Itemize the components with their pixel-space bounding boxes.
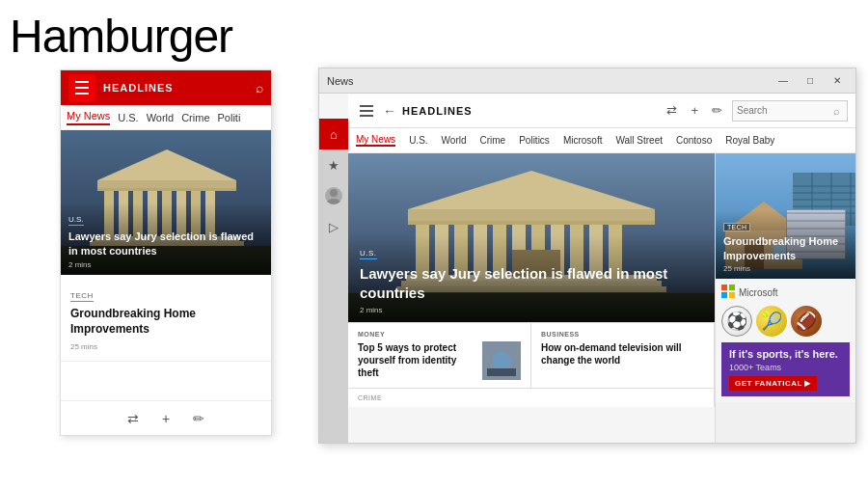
mobile-nav-item-crime[interactable]: Crime	[181, 112, 209, 123]
svg-rect-39	[487, 368, 516, 376]
mobile-nav-item-us[interactable]: U.S.	[118, 112, 138, 123]
minimize-button[interactable]: —	[773, 73, 794, 89]
search-bar: ⌕	[732, 100, 848, 122]
svg-rect-14	[97, 188, 236, 191]
close-button[interactable]: ✕	[827, 73, 848, 89]
article-card-0-thumb	[482, 341, 521, 380]
nav-item-mynews[interactable]: My News	[356, 134, 395, 147]
ms-ad-sports: ⚽ 🎾 🏈	[721, 306, 850, 337]
back-button[interactable]: ←	[383, 103, 396, 119]
mobile-refresh-icon[interactable]: ⇄	[127, 411, 139, 426]
refresh-icon[interactable]: ⇄	[663, 101, 681, 120]
mobile-article[interactable]: TECH Groundbreaking Home Improvements 25…	[61, 275, 271, 362]
mobile-hero-overlay: U.S. Lawyers say Jury selection is flawe…	[61, 203, 271, 275]
mobile-hero[interactable]: U.S. Lawyers say Jury selection is flawe…	[61, 130, 271, 275]
hero-overlay: U.S. Lawyers say Jury selection is flawe…	[348, 234, 715, 322]
maximize-button[interactable]: □	[800, 73, 821, 89]
ms-brand-label: Microsoft	[739, 287, 778, 298]
mobile-nav: My News U.S. World Crime Politi	[61, 105, 271, 130]
nav-item-microsoft[interactable]: Microsoft	[563, 135, 603, 146]
mobile-header: HEADLINES ⌕	[61, 70, 271, 105]
mobile-footer: ⇄ + ✏	[61, 400, 271, 435]
edit-icon[interactable]: ✏	[708, 101, 726, 120]
desktop-sidebar: ⌂ ★ ▷ ⚙	[319, 119, 348, 443]
right-hero-category: TECH	[723, 223, 750, 231]
mobile-add-icon[interactable]: +	[162, 411, 170, 426]
article-card-1-headline: How on-demand television will change the…	[541, 341, 704, 366]
article-card-1-content: How on-demand television will change the…	[541, 341, 704, 366]
mobile-hero-category: U.S.	[68, 215, 84, 226]
hero-section[interactable]: U.S. Lawyers say Jury selection is flawe…	[348, 153, 715, 322]
article-bottom-category: CRIME	[358, 394, 704, 401]
article-card-1-text: How on-demand television will change the…	[541, 341, 704, 366]
svg-point-38	[492, 351, 511, 370]
desktop-titlebar-controls: — □ ✕	[773, 73, 848, 89]
mobile-search-icon[interactable]: ⌕	[256, 80, 263, 95]
hero-category: U.S.	[360, 249, 377, 259]
mobile-edit-icon[interactable]: ✏	[193, 411, 204, 426]
nav-item-crime[interactable]: Crime	[480, 135, 506, 146]
desktop-nav: My News U.S. World Crime Politics Micros…	[348, 128, 855, 153]
article-card-bottom: CRIME	[348, 388, 715, 407]
content-area: U.S. Lawyers say Jury selection is flawe…	[348, 153, 855, 443]
mobile-article-headline: Groundbreaking Home Improvements	[70, 307, 261, 337]
ms-ad-balls: ⚽ 🎾 🏈	[721, 306, 822, 337]
ms-ad: Microsoft ⚽ 🎾 🏈 If it's sports, it's her…	[716, 279, 855, 402]
article-card-0-category: MONEY	[358, 331, 521, 338]
search-icon[interactable]: ⌕	[829, 105, 844, 117]
nav-item-contoso[interactable]: Contoso	[676, 135, 712, 146]
nav-item-us[interactable]: U.S.	[409, 135, 427, 146]
mobile-panel: HEADLINES ⌕ My News U.S. World Crime Pol…	[60, 69, 272, 436]
desktop-main: ← HEADLINES ⇄ + ✏ ⌕ My News U.S. World C…	[348, 94, 855, 443]
hero-time: 2 mins	[360, 306, 703, 314]
header-title: HEADLINES	[402, 105, 473, 117]
mobile-hero-time: 2 mins	[68, 260, 263, 269]
right-hero-headline: Groundbreaking Home Improvements	[723, 234, 848, 262]
ms-ad-promo-text: If it's sports, it's here.	[729, 348, 842, 361]
ms-logo-icon	[721, 285, 735, 300]
article-card-1[interactable]: BUSINESS How on-demand television will c…	[531, 323, 715, 388]
avatar	[325, 187, 342, 204]
tennis-ball-icon: 🎾	[756, 306, 787, 337]
ms-ad-cta-button[interactable]: GET FANATICAL ▶	[729, 376, 817, 391]
mobile-hero-headline: Lawyers say Jury selection is flawed in …	[68, 230, 263, 258]
article-cards: MONEY Top 5 ways to protect yourself fro…	[348, 322, 715, 388]
article-card-0[interactable]: MONEY Top 5 ways to protect yourself fro…	[348, 323, 531, 388]
sidebar-settings-icon[interactable]: ⚙	[319, 439, 348, 443]
right-hero-overlay: TECH Groundbreaking Home Improvements 25…	[716, 210, 855, 279]
ms-ad-promo[interactable]: If it's sports, it's here. 1000+ Teams G…	[721, 342, 850, 396]
desktop-header: ← HEADLINES ⇄ + ✏ ⌕	[348, 94, 855, 128]
mobile-nav-item-mynews[interactable]: My News	[67, 110, 110, 125]
svg-rect-33	[408, 209, 655, 223]
page-title: Hamburger	[10, 10, 232, 63]
svg-rect-35	[408, 221, 655, 225]
svg-point-15	[330, 189, 338, 197]
search-input[interactable]	[733, 105, 829, 116]
nav-item-politics[interactable]: Politics	[519, 135, 550, 146]
add-icon[interactable]: +	[687, 101, 702, 120]
article-card-0-content: Top 5 ways to protect yourself from iden…	[358, 341, 521, 380]
svg-rect-58	[729, 292, 735, 298]
svg-rect-56	[729, 285, 735, 290]
hero-headline: Lawyers say Jury selection is flawed in …	[360, 264, 703, 302]
mobile-nav-item-politi[interactable]: Politi	[218, 112, 241, 123]
article-card-0-text: Top 5 ways to protect yourself from iden…	[358, 341, 476, 380]
hamburger-button[interactable]	[356, 101, 377, 121]
nav-item-wallstreet[interactable]: Wall Street	[615, 135, 663, 146]
ms-ad-header: Microsoft	[721, 285, 850, 300]
sidebar-favorites-icon[interactable]: ★	[319, 149, 348, 180]
football-icon: 🏈	[791, 306, 822, 337]
sidebar-play-icon[interactable]: ▷	[319, 211, 348, 242]
sidebar-home-icon[interactable]: ⌂	[319, 119, 348, 149]
right-hero-time: 25 mins	[723, 264, 848, 273]
content-sidebar-right: TECH Groundbreaking Home Improvements 25…	[715, 153, 855, 443]
mobile-hamburger-button[interactable]	[68, 74, 95, 101]
nav-item-world[interactable]: World	[442, 135, 467, 146]
nav-item-royalbaby[interactable]: Royal Baby	[725, 135, 774, 146]
sidebar-user-icon[interactable]	[319, 180, 348, 211]
content-main: U.S. Lawyers say Jury selection is flawe…	[348, 153, 715, 443]
right-hero[interactable]: TECH Groundbreaking Home Improvements 25…	[716, 153, 855, 279]
desktop-titlebar-title: News	[327, 75, 773, 87]
article-card-1-category: BUSINESS	[541, 331, 704, 338]
mobile-nav-item-world[interactable]: World	[147, 112, 175, 123]
